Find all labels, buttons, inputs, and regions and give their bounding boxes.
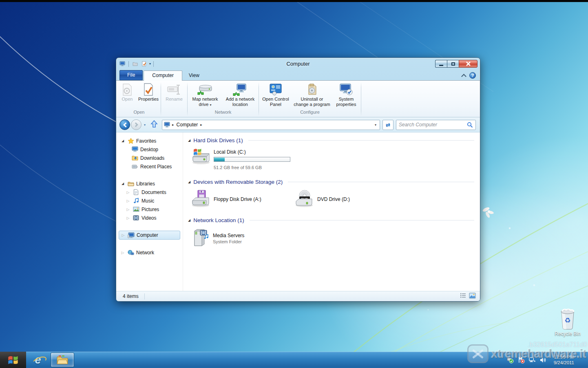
volume-icon[interactable] [539,356,547,364]
open-button[interactable]: Open [118,82,137,102]
tree-collapsed-icon[interactable]: ▷ [126,190,130,194]
address-dropdown-icon[interactable]: ▾ [373,123,378,127]
downloads-icon [131,155,138,161]
group-collapse-icon[interactable]: ◢ [188,139,190,142]
recent-pages-dropdown-icon[interactable]: ▾ [144,123,146,127]
close-button[interactable] [459,60,477,68]
taskbar-ie-button[interactable]: e [26,352,50,368]
back-button[interactable] [119,119,130,130]
tree-expanded-icon[interactable]: ◢ [120,182,125,185]
qat-properties-icon[interactable] [140,60,148,68]
explorer-window: Computer ▾ [116,57,480,302]
large-icons-view-button[interactable] [469,293,476,300]
help-icon[interactable]: ? [469,72,476,79]
sidebar-item-network[interactable]: ▷ Network [116,248,183,257]
recycle-symbol: ♻ [564,316,570,324]
properties-button[interactable]: Properties [137,82,160,102]
address-bar[interactable]: ▸ Computer ▸ ▾ [162,120,380,130]
add-network-location-button[interactable]: Add a network location [222,82,258,107]
sidebar-item-pictures[interactable]: ▷ Pictures [116,205,183,214]
tree-collapsed-icon[interactable]: ▷ [126,207,130,212]
start-button[interactable] [0,352,26,368]
safely-remove-hardware-icon[interactable] [506,356,514,364]
rename-button[interactable]: Rename [162,82,186,102]
media-servers-icon [190,228,210,249]
window-system-icon[interactable] [119,60,126,68]
recycle-bin[interactable]: ♻ Recycle Bin [553,306,582,337]
search-icon[interactable] [467,122,473,128]
breadcrumb-arrow-icon[interactable]: ▸ [172,123,174,127]
group-header-hdd[interactable]: ◢ Hard Disk Drives (1) [188,136,474,145]
qat-new-folder-icon[interactable] [131,60,139,68]
tab-computer[interactable]: Computer [144,71,182,81]
screen-top-edge [0,0,588,2]
group-collapse-icon[interactable]: ◢ [188,218,190,222]
up-button[interactable] [150,120,158,130]
breadcrumb-computer[interactable]: Computer [176,121,199,128]
ribbon-separator [187,82,188,116]
breadcrumb-arrow-icon-2[interactable]: ▸ [200,123,202,127]
sidebar-item-videos[interactable]: ▷ Videos [116,214,183,222]
map-network-drive-button[interactable]: Map network drive ▾ [188,82,222,108]
status-bar: 4 items [116,291,480,301]
group-header-network-location[interactable]: ◢ Network Location (1) [188,216,474,225]
sidebar-item-libraries[interactable]: ◢ Libraries [116,179,183,188]
qat-separator-2 [153,61,154,67]
uninstall-program-button[interactable]: Uninstall or change a program [291,82,333,107]
sidebar-item-music[interactable]: ▷ Music [116,196,183,205]
favorites-star-icon [127,138,134,144]
open-control-panel-button[interactable]: Open Control Panel [260,82,291,107]
local-disk-item[interactable]: Local Disk (C:) 51.2 GB free of 59.6 GB [190,145,293,173]
action-center-icon[interactable] [517,356,525,364]
build-watermark: .b32615d501a711d0 [528,341,587,348]
network-tray-icon[interactable] [528,356,536,364]
minimize-button[interactable] [435,60,447,68]
group-header-removable[interactable]: ◢ Devices with Removable Storage (2) [188,177,474,186]
qat-dropdown-icon[interactable]: ▾ [149,62,151,66]
title-bar[interactable]: Computer ▾ [116,58,480,70]
recycle-bin-icon: ♻ [553,306,582,330]
sidebar-item-desktop[interactable]: Desktop [116,145,183,154]
tree-collapsed-icon[interactable]: ▷ [121,233,126,237]
sidebar-item-documents[interactable]: ▷ Documents [116,188,183,196]
ribbon-group-network: Map network drive ▾ Add a network locati… [188,82,258,117]
dvd-drive-item[interactable]: DVD DVD Drive (D:) [293,187,397,212]
refresh-button[interactable]: ⇄ [382,120,393,130]
ribbon: Open Properties Open [116,80,480,117]
back-icon [123,122,128,128]
tree-collapsed-icon[interactable]: ▷ [126,199,130,203]
local-disk-usage-fill [214,157,225,161]
tab-file[interactable]: File [119,70,143,80]
floppy-drive-item[interactable]: Floppy Disk Drive (A:) [190,187,293,212]
taskbar-explorer-button[interactable] [51,353,74,367]
tab-view[interactable]: View [182,71,206,80]
add-network-location-icon [233,83,248,97]
local-disk-info: Local Disk (C:) 51.2 GB free of 59.6 GB [214,147,290,171]
sidebar-item-computer[interactable]: ▷ Computer [119,231,180,240]
sidebar-item-downloads[interactable]: Downloads [116,154,183,162]
forward-button[interactable] [131,119,141,130]
media-servers-item[interactable]: Media Servers System Folder [190,225,293,251]
recent-places-icon [131,163,138,170]
quick-access-toolbar: ▾ [119,60,155,68]
rename-icon [167,83,181,97]
tree-collapsed-icon[interactable]: ▷ [120,251,125,255]
group-rule [250,220,474,220]
window-title: Computer [116,61,480,67]
film-strip-overlay [200,230,207,235]
tree-collapsed-icon[interactable]: ▷ [126,216,130,220]
minimize-ribbon-icon[interactable] [462,74,466,77]
minimize-icon [439,65,443,66]
search-input[interactable] [399,122,467,128]
group-collapse-icon[interactable]: ◢ [188,180,190,184]
group-rule [288,182,474,182]
taskbar-clock[interactable]: 12:59 PM 9/24/2011 [550,354,577,366]
forward-icon [133,122,138,127]
tree-expanded-icon[interactable]: ◢ [120,139,125,143]
sidebar-item-recent-places[interactable]: Recent Places [116,162,183,171]
maximize-button[interactable] [447,60,459,68]
sidebar-item-favorites[interactable]: ◢ Favorites [116,137,183,145]
system-properties-button[interactable]: System properties [333,82,360,107]
details-view-button[interactable] [460,293,466,300]
group-label-network: Network [188,110,258,117]
